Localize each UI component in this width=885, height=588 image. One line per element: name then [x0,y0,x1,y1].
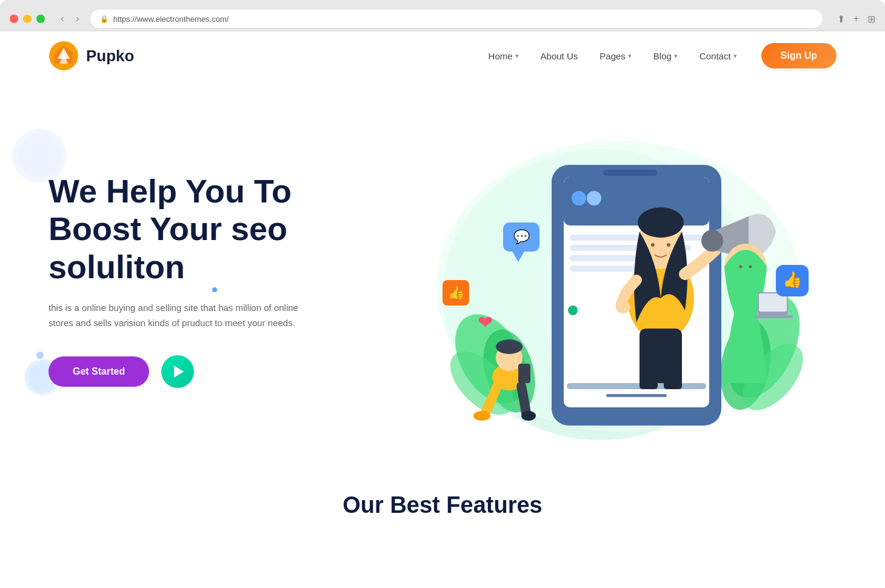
nav-pages-label: Pages [599,51,626,61]
nav-about[interactable]: About Us [541,51,578,61]
svg-point-41 [473,411,490,421]
play-icon [174,366,184,378]
nav-home[interactable]: Home ▾ [489,51,519,61]
forward-arrow[interactable]: › [72,12,82,25]
hero-actions: Get Started [48,355,364,388]
svg-rect-11 [564,177,709,226]
svg-rect-40 [518,364,530,383]
svg-point-33 [749,266,752,269]
address-bar[interactable]: 🔒 https://www.electronthemes.com/ [90,10,823,28]
svg-rect-24 [664,371,682,389]
contact-chevron: ▾ [733,52,737,60]
signup-button[interactable]: Sign Up [761,43,837,68]
svg-point-28 [667,243,670,247]
svg-text:👍: 👍 [448,284,465,301]
svg-text:💬: 💬 [513,229,530,245]
get-started-button[interactable]: Get Started [48,356,149,387]
svg-point-30 [616,301,630,313]
lock-icon: 🔒 [100,15,109,23]
back-arrow[interactable]: ‹ [57,12,67,25]
svg-text:❤: ❤ [478,312,493,332]
svg-point-39 [496,339,523,354]
features-section: Our Best Features [0,468,885,530]
svg-point-27 [651,243,655,247]
svg-point-29 [701,230,723,252]
hero-svg-illustration: 👍 💬 ❤ 👍 [388,104,812,456]
svg-rect-20 [606,394,667,397]
nav-contact[interactable]: Contact ▾ [700,51,737,61]
home-chevron: ▾ [515,52,519,60]
svg-rect-19 [567,383,706,389]
navbar: Pupko Home ▾ About Us Pages ▾ Blog ▾ Con… [0,32,885,80]
svg-text:👍: 👍 [783,270,803,289]
hero-title: We Help You To Boost Your seo soluliton [48,172,364,285]
traffic-lights [10,15,45,23]
share-icon[interactable]: ⬆ [837,13,845,25]
nav-links: Home ▾ About Us Pages ▾ Blog ▾ Contact ▾ [489,51,737,61]
svg-point-18 [568,306,578,315]
logo[interactable]: Pupko [48,41,134,71]
pages-chevron: ▾ [628,52,632,60]
dot-accent [36,352,44,359]
url-text: https://www.electronthemes.com/ [113,15,229,24]
svg-rect-10 [603,170,658,176]
nav-home-label: Home [489,51,513,61]
svg-point-32 [740,266,743,269]
play-button[interactable] [161,355,194,388]
page-wrapper: Pupko Home ▾ About Us Pages ▾ Blog ▾ Con… [0,32,885,588]
browser-chrome: ‹ › 🔒 https://www.electronthemes.com/ ⬆ … [0,0,885,32]
close-light[interactable] [10,15,18,23]
features-title: Our Best Features [48,492,837,518]
logo-text: Pupko [86,47,134,65]
svg-point-42 [521,411,536,421]
nav-blog-label: Blog [653,51,672,61]
new-tab-icon[interactable]: + [853,13,859,24]
nav-pages[interactable]: Pages ▾ [599,51,632,61]
blog-chevron: ▾ [674,52,678,60]
hero-description: this is a online buying and selling site… [48,300,315,331]
svg-point-12 [572,191,586,205]
nav-about-label: About Us [541,51,578,61]
svg-rect-36 [755,315,793,318]
minimize-light[interactable] [23,15,32,23]
logo-icon [48,41,79,71]
grid-icon[interactable]: ⊞ [867,13,875,25]
nav-contact-label: Contact [700,51,731,61]
hero-content-left: We Help You To Boost Your seo soluliton … [48,172,364,387]
maximize-light[interactable] [36,15,45,23]
svg-rect-23 [640,371,658,389]
hero-illustration-area: 👍 💬 ❤ 👍 [364,104,837,456]
browser-actions: ⬆ + ⊞ [837,13,875,25]
svg-point-26 [638,207,684,238]
browser-nav-arrows: ‹ › [57,12,83,25]
svg-point-13 [587,191,601,205]
hero-section: We Help You To Boost Your seo soluliton … [0,80,885,468]
nav-blog[interactable]: Blog ▾ [653,51,678,61]
